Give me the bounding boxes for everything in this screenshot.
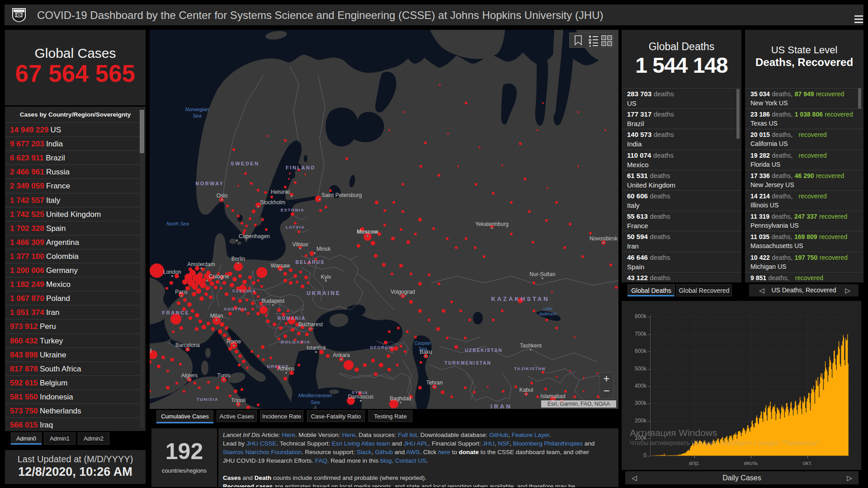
svg-text:Moscow: Moscow (357, 229, 378, 235)
svg-text:ROMANIA: ROMANIA (278, 316, 306, 321)
svg-text:Tripoli: Tripoli (231, 397, 245, 404)
svg-text:LATVIA: LATVIA (286, 225, 305, 230)
svg-text:Yekaterinburg: Yekaterinburg (475, 221, 509, 227)
svg-text:Ankara: Ankara (333, 352, 350, 358)
svg-text:Milan: Milan (210, 313, 223, 319)
svg-text:Islamabad: Islamabad (540, 393, 565, 399)
svg-text:Novosibirsk: Novosibirsk (590, 235, 618, 242)
svg-text:Cologne: Cologne (209, 273, 229, 280)
svg-text:Saint Petersburg: Saint Petersburg (321, 192, 362, 198)
svg-text:BELARUS: BELARUS (296, 259, 325, 265)
svg-text:Madrid: Madrid (150, 347, 151, 354)
svg-text:Copenhagen: Copenhagen (239, 233, 270, 239)
svg-text:Sea: Sea (311, 399, 320, 405)
svg-text:Mediterranean: Mediterranean (298, 393, 332, 398)
svg-text:NORWAY: NORWAY (195, 181, 224, 186)
svg-text:Helsinki: Helsinki (271, 189, 290, 195)
svg-text:Minsk: Minsk (316, 246, 331, 252)
svg-text:Budapest: Budapest (262, 298, 285, 304)
svg-text:London: London (163, 269, 181, 275)
svg-text:Warsaw: Warsaw (271, 263, 290, 269)
svg-text:Norwegian: Norwegian (185, 107, 209, 112)
svg-text:Tunis: Tunis (217, 372, 231, 379)
svg-text:IRAN: IRAN (491, 403, 512, 409)
svg-text:Damascus: Damascus (348, 394, 374, 400)
svg-text:Tashkent: Tashkent (520, 343, 542, 349)
svg-text:Amsterdam: Amsterdam (187, 261, 215, 267)
svg-text:CZECHIA: CZECHIA (232, 288, 256, 293)
svg-text:BULGARIA: BULGARIA (281, 339, 311, 344)
svg-text:Athens: Athens (278, 366, 294, 372)
svg-text:Berlin: Berlin (231, 256, 245, 262)
svg-text:Istanbul: Istanbul (307, 345, 326, 351)
svg-text:UKRAINE: UKRAINE (307, 290, 341, 296)
svg-text:Kyiv: Kyiv (321, 274, 331, 280)
svg-text:Barcelona: Barcelona (175, 342, 200, 348)
svg-text:North Sea: North Sea (166, 221, 189, 226)
svg-text:Caspian: Caspian (415, 341, 431, 346)
svg-text:Baku: Baku (420, 349, 432, 355)
svg-text:TUNISIA: TUNISIA (197, 397, 219, 402)
svg-text:Kabul: Kabul (519, 387, 533, 393)
svg-text:GEORGIA: GEORGIA (370, 345, 394, 350)
svg-text:Oslo: Oslo (217, 192, 228, 199)
svg-text:Paris: Paris (175, 289, 187, 295)
svg-text:FRANCE: FRANCE (162, 310, 190, 315)
svg-text:TURKMENISTAN: TURKMENISTAN (444, 361, 491, 366)
svg-text:FINLAND: FINLAND (286, 165, 316, 170)
svg-text:TAJIKISTAN: TAJIKISTAN (514, 366, 546, 371)
svg-text:Sea: Sea (193, 113, 202, 118)
svg-text:Stockholm: Stockholm (260, 199, 285, 206)
svg-text:Baghdad: Baghdad (390, 395, 411, 402)
svg-text:KAZAKHSTAN: KAZAKHSTAN (491, 296, 549, 302)
svg-text:Rome: Rome (226, 338, 241, 345)
svg-text:Tehran: Tehran (426, 380, 443, 386)
svg-text:SWEDEN: SWEDEN (231, 161, 259, 166)
svg-text:Lake: Lake (543, 306, 553, 311)
svg-text:Volgograd: Volgograd (391, 289, 415, 295)
svg-text:Bucharest: Bucharest (298, 321, 323, 328)
svg-text:Algiers: Algiers (181, 372, 198, 379)
svg-text:UZBEKISTAN: UZBEKISTAN (465, 348, 503, 353)
svg-text:ESTONIA: ESTONIA (281, 207, 305, 212)
svg-text:Vilnius: Vilnius (292, 241, 308, 248)
svg-text:Balkhash: Balkhash (539, 311, 557, 316)
svg-text:AUSTRIA: AUSTRIA (224, 306, 248, 311)
svg-text:Nur-Sultan: Nur-Sultan (529, 271, 555, 277)
